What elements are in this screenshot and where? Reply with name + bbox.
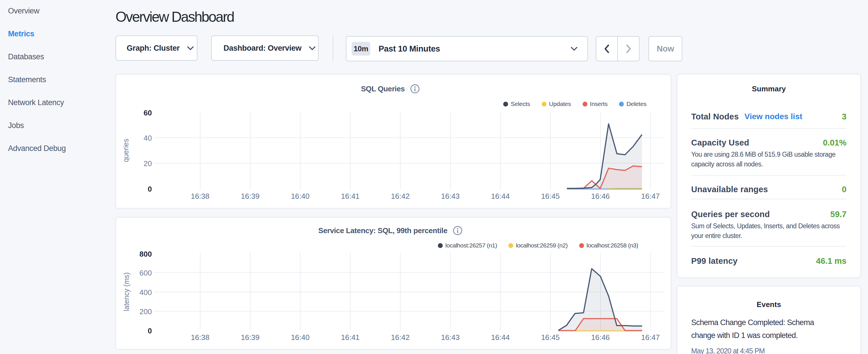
- svg-text:16:41: 16:41: [341, 333, 360, 342]
- svg-text:16:40: 16:40: [291, 192, 309, 200]
- svg-text:20: 20: [144, 159, 152, 168]
- svg-text:16:45: 16:45: [541, 192, 560, 200]
- svg-text:16:47: 16:47: [641, 333, 660, 342]
- svg-text:600: 600: [140, 269, 152, 277]
- svg-text:16:38: 16:38: [191, 192, 210, 200]
- svg-text:16:43: 16:43: [441, 192, 460, 200]
- svg-text:16:42: 16:42: [391, 333, 409, 342]
- svg-text:800: 800: [140, 250, 152, 258]
- svg-text:16:40: 16:40: [291, 333, 309, 342]
- svg-text:16:38: 16:38: [191, 333, 210, 342]
- svg-text:16:39: 16:39: [241, 192, 260, 200]
- svg-text:queries: queries: [122, 139, 130, 162]
- svg-text:16:46: 16:46: [591, 333, 610, 342]
- svg-text:400: 400: [140, 288, 152, 297]
- svg-text:16:46: 16:46: [591, 192, 610, 200]
- svg-text:0: 0: [148, 185, 152, 193]
- svg-text:60: 60: [144, 108, 152, 117]
- svg-text:16:47: 16:47: [641, 192, 660, 200]
- svg-text:16:44: 16:44: [491, 192, 510, 200]
- svg-text:0: 0: [148, 326, 152, 335]
- svg-text:16:45: 16:45: [541, 333, 560, 342]
- svg-text:16:43: 16:43: [441, 333, 460, 342]
- svg-text:40: 40: [144, 134, 152, 142]
- svg-text:16:44: 16:44: [491, 333, 510, 342]
- svg-text:16:41: 16:41: [341, 192, 360, 200]
- svg-text:200: 200: [140, 307, 152, 316]
- svg-text:latency (ms): latency (ms): [122, 272, 130, 311]
- svg-text:16:42: 16:42: [391, 192, 409, 200]
- svg-text:16:39: 16:39: [241, 333, 260, 342]
